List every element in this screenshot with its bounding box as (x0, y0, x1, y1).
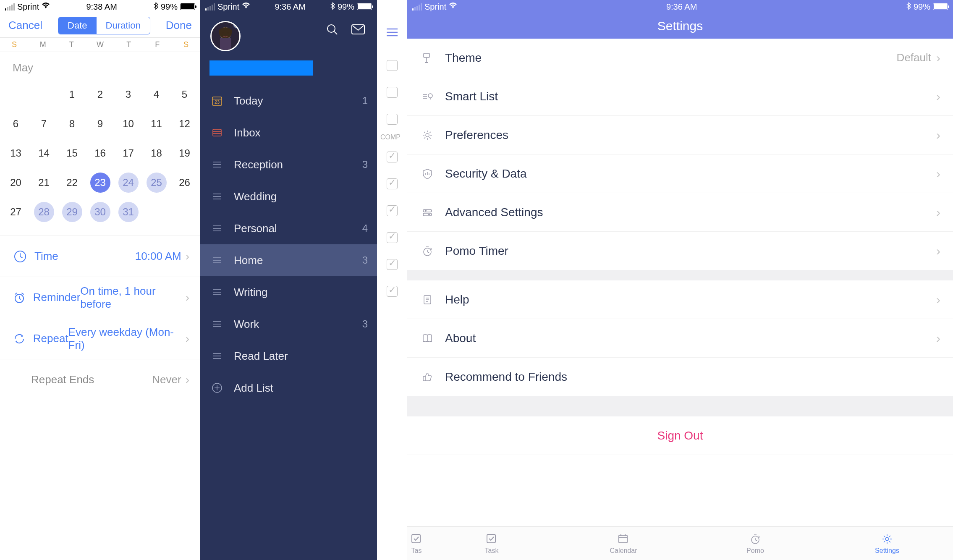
tab-bar: TasTaskCalendarPomoSettings (407, 526, 953, 560)
task-checkbox[interactable] (377, 80, 407, 105)
bluetooth-icon (153, 2, 158, 12)
calendar-day[interactable]: 28 (30, 201, 58, 223)
calendar-day[interactable]: 11 (142, 113, 170, 135)
calendar-day[interactable]: 7 (30, 113, 58, 135)
sidebar-item-inbox[interactable]: Inbox (200, 117, 377, 149)
check-icon (485, 533, 498, 545)
carrier-label: Sprint (217, 2, 239, 12)
calendar-day[interactable]: 8 (58, 113, 86, 135)
calendar-day[interactable]: 17 (114, 142, 142, 164)
task-checkbox[interactable] (377, 252, 407, 277)
sidebar-item-today[interactable]: 23Today1 (200, 85, 377, 117)
settings-row-theme[interactable]: ThemeDefault› (407, 39, 953, 77)
reminder-row[interactable]: Reminder On time, 1 hour before › (0, 277, 200, 318)
sidebar-item-writing[interactable]: Writing (200, 276, 377, 308)
list-icon (209, 317, 225, 332)
cancel-button[interactable]: Cancel (8, 19, 42, 32)
settings-row-security-data[interactable]: Security & Data› (407, 154, 953, 193)
calendar-grid: 1234567891011121314151617181920212223242… (0, 79, 200, 236)
sidebar-item-count: 3 (362, 159, 368, 170)
menu-icon[interactable] (377, 13, 407, 51)
calendar-day[interactable]: 12 (170, 113, 199, 135)
task-checkbox[interactable] (377, 144, 407, 170)
date-duration-segmented[interactable]: Date Duration (58, 17, 150, 34)
sidebar-item-count: 3 (362, 318, 368, 330)
sidebar-item-home[interactable]: Home3 (200, 244, 377, 276)
tab-calendar[interactable]: Calendar (558, 527, 689, 560)
calendar-day[interactable]: 10 (114, 113, 142, 135)
sidebar-item-personal[interactable]: Personal4 (200, 212, 377, 244)
settings-screen: COMP Sprint 9:36 AM (377, 0, 953, 560)
calendar-day[interactable]: 20 (2, 172, 30, 194)
sidebar-item-label: Inbox (234, 126, 261, 139)
sidebar-item-reception[interactable]: Reception3 (200, 149, 377, 181)
task-checkbox[interactable] (377, 198, 407, 223)
settings-row-advanced-settings[interactable]: Advanced Settings› (407, 193, 953, 232)
calendar-day[interactable]: 14 (30, 142, 58, 164)
mail-icon[interactable] (351, 24, 365, 37)
calendar-day[interactable]: 9 (86, 113, 114, 135)
sign-out-button[interactable]: Sign Out (407, 416, 953, 455)
user-name-bar[interactable] (209, 60, 313, 76)
search-icon[interactable] (326, 23, 338, 37)
calendar-day[interactable]: 3 (114, 84, 142, 105)
svg-point-49 (428, 94, 432, 98)
tab-settings[interactable]: Settings (821, 527, 953, 560)
calendar-day[interactable]: 2 (86, 84, 114, 105)
tab-pomo[interactable]: Pomo (689, 527, 821, 560)
segment-duration[interactable]: Duration (97, 17, 150, 34)
calendar-day[interactable]: 30 (86, 201, 114, 223)
reminder-label: Reminder (33, 291, 81, 304)
settings-row-help[interactable]: Help› (407, 280, 953, 319)
svg-rect-13 (213, 129, 221, 136)
sidebar-item-work[interactable]: Work3 (200, 308, 377, 340)
settings-row-recommend-to-friends[interactable]: Recommend to Friends (407, 358, 953, 396)
task-checkbox[interactable] (377, 53, 407, 78)
settings-row-about[interactable]: About› (407, 319, 953, 358)
calendar-day[interactable]: 13 (2, 142, 30, 164)
calendar-day[interactable]: 16 (86, 142, 114, 164)
settings-row-preferences[interactable]: Preferences› (407, 116, 953, 154)
calendar-day[interactable]: 29 (58, 201, 86, 223)
segment-date[interactable]: Date (58, 17, 96, 34)
calendar-day[interactable]: 18 (142, 142, 170, 164)
task-checkbox[interactable] (377, 107, 407, 132)
status-bar: Sprint 9:38 AM 99% (0, 0, 200, 13)
calendar-day[interactable]: 26 (170, 172, 199, 194)
calendar-day[interactable]: 31 (114, 201, 142, 223)
settings-row-pomo-timer[interactable]: Pomo Timer› (407, 232, 953, 270)
calendar-day[interactable]: 25 (142, 172, 170, 194)
calendar-day[interactable]: 1 (58, 84, 86, 105)
calendar-day[interactable]: 15 (58, 142, 86, 164)
time-row[interactable]: Time 10:00 AM › (0, 236, 200, 277)
calendar-day[interactable]: 21 (30, 172, 58, 194)
repeat-ends-row[interactable]: Repeat Ends Never › (0, 359, 200, 400)
tab-task[interactable]: Task (426, 527, 558, 560)
task-checkbox[interactable] (377, 225, 407, 250)
calendar-day[interactable]: 19 (170, 142, 199, 164)
settings-row-smart-list[interactable]: Smart List› (407, 77, 953, 116)
sidebar-item-wedding[interactable]: Wedding (200, 181, 377, 212)
tab-label: Pomo (746, 547, 764, 555)
calendar-day[interactable]: 6 (2, 113, 30, 135)
calendar-day[interactable]: 23 (86, 172, 114, 194)
check-icon (410, 533, 423, 545)
calendar-day[interactable]: 5 (170, 84, 199, 105)
calendar-day[interactable]: 22 (58, 172, 86, 194)
repeat-row[interactable]: Repeat Every weekday (Mon-Fri) › (0, 318, 200, 359)
tab-tas[interactable]: Tas (407, 527, 426, 560)
calendar-day[interactable]: 24 (114, 172, 142, 194)
calendar-day[interactable]: 4 (142, 84, 170, 105)
sidebar-item-add-list[interactable]: Add List (200, 372, 377, 404)
battery-icon (357, 3, 372, 10)
svg-line-3 (334, 31, 337, 34)
chevron-right-icon: › (936, 89, 940, 104)
tab-label: Tas (411, 547, 422, 555)
avatar[interactable] (210, 21, 241, 51)
done-button[interactable]: Done (166, 19, 192, 32)
task-checkbox[interactable] (377, 279, 407, 304)
sidebar-item-read-later[interactable]: Read Later (200, 340, 377, 372)
calendar-day[interactable]: 27 (2, 201, 30, 223)
sidebar-item-label: Read Later (234, 350, 288, 363)
task-checkbox[interactable] (377, 171, 407, 196)
